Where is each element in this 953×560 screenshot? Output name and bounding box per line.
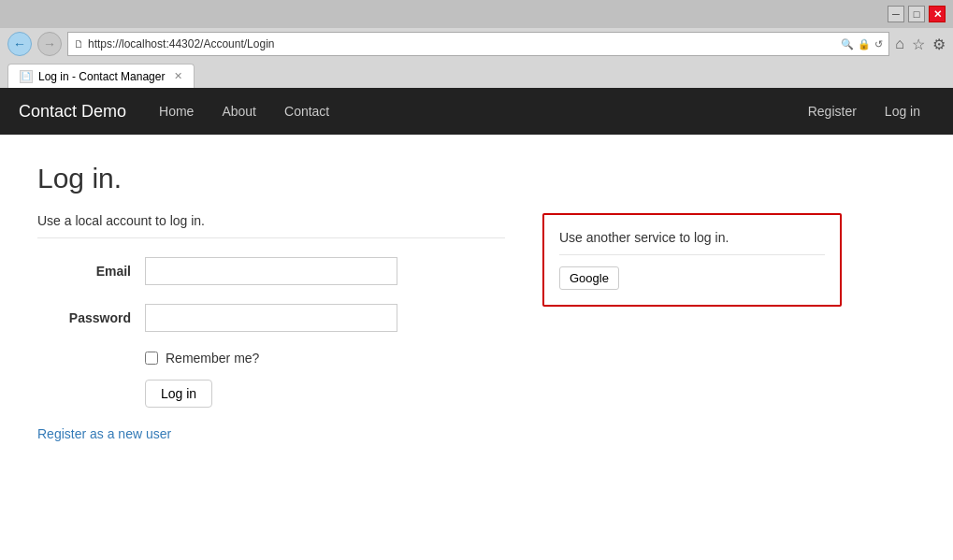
- tab-bar: 📄 Log in - Contact Manager ✕: [0, 60, 953, 88]
- nav-login[interactable]: Log in: [871, 90, 934, 133]
- restore-button[interactable]: □: [908, 6, 925, 22]
- refresh-icon[interactable]: ↺: [874, 38, 883, 50]
- browser-window: ─ □ ✕ ← → 🗋 https://localhost:44302/Acco…: [0, 0, 953, 560]
- navbar-right: Register Log in: [794, 90, 934, 133]
- email-label: Email: [37, 264, 131, 279]
- register-link[interactable]: Register as a new user: [37, 426, 171, 441]
- active-tab[interactable]: 📄 Log in - Contact Manager ✕: [7, 64, 195, 88]
- external-service-title: Use another service to log in.: [559, 230, 825, 255]
- password-form-group: Password: [37, 304, 505, 332]
- nav-about[interactable]: About: [208, 90, 270, 133]
- external-service-box: Use another service to log in. Google: [542, 213, 842, 307]
- nav-register[interactable]: Register: [794, 90, 871, 133]
- local-login-subtitle: Use a local account to log in.: [37, 213, 505, 238]
- forward-button[interactable]: →: [37, 32, 62, 56]
- settings-icon[interactable]: ⚙: [932, 36, 946, 53]
- nav-home[interactable]: Home: [145, 90, 208, 133]
- email-form-group: Email: [37, 257, 505, 285]
- home-icon[interactable]: ⌂: [895, 36, 904, 52]
- login-btn-wrap: Log in: [145, 380, 505, 408]
- remember-me-checkbox[interactable]: [145, 352, 158, 365]
- email-input[interactable]: [145, 257, 397, 285]
- page-icon: 🗋: [74, 38, 84, 50]
- minimize-button[interactable]: ─: [888, 6, 904, 22]
- local-login-panel: Use a local account to log in. Email Pas…: [37, 213, 505, 441]
- password-input[interactable]: [145, 304, 397, 332]
- back-button[interactable]: ←: [7, 32, 32, 56]
- remember-me-group: Remember me?: [145, 351, 505, 366]
- title-bar: ─ □ ✕: [0, 0, 953, 28]
- tab-favicon: 📄: [20, 70, 33, 83]
- external-login-panel: Use another service to log in. Google: [542, 213, 842, 441]
- url-text: https://localhost:44302/Account/Login: [88, 37, 837, 50]
- close-button[interactable]: ✕: [929, 6, 946, 22]
- main-content: Log in. Use a local account to log in. E…: [0, 135, 953, 560]
- tab-title: Log in - Contact Manager: [38, 70, 165, 83]
- nav-contact[interactable]: Contact: [270, 90, 343, 133]
- address-bar-row: ← → 🗋 https://localhost:44302/Account/Lo…: [0, 28, 953, 60]
- navbar: Contact Demo Home About Contact Register…: [0, 88, 953, 135]
- address-bar[interactable]: 🗋 https://localhost:44302/Account/Login …: [67, 32, 889, 56]
- window-controls: ─ □ ✕: [888, 6, 946, 22]
- google-button[interactable]: Google: [559, 266, 619, 290]
- navbar-brand[interactable]: Contact Demo: [19, 102, 126, 122]
- navbar-links: Home About Contact: [145, 90, 343, 133]
- favorites-icon[interactable]: ☆: [912, 36, 925, 53]
- tab-close-button[interactable]: ✕: [174, 70, 182, 82]
- lock-icon: 🔒: [858, 38, 871, 50]
- search-icon[interactable]: 🔍: [841, 38, 854, 50]
- empty-tab-area: [195, 64, 946, 88]
- page-title: Log in.: [37, 163, 916, 194]
- remember-me-label: Remember me?: [166, 351, 259, 366]
- login-button[interactable]: Log in: [145, 380, 212, 408]
- password-label: Password: [37, 310, 131, 325]
- browser-icons: ⌂ ☆ ⚙: [895, 36, 946, 53]
- address-actions: 🔍 🔒 ↺: [841, 38, 883, 50]
- content-grid: Use a local account to log in. Email Pas…: [37, 213, 916, 441]
